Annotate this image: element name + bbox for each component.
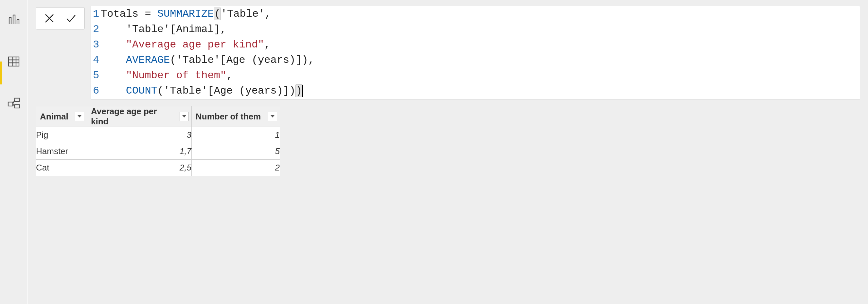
line-number: 2 (93, 22, 99, 37)
table-header-row: AnimalAverage age per kindNumber of them (36, 107, 280, 127)
cell-animal[interactable]: Cat (36, 160, 87, 176)
cell-count[interactable]: 2 (192, 160, 280, 176)
column-filter-button[interactable] (75, 112, 84, 121)
dax-formula-editor[interactable]: 123456 Totals = SUMMARIZE('Table', 'Tabl… (91, 6, 860, 99)
line-number-gutter: 123456 (91, 6, 101, 99)
line-number: 1 (93, 6, 99, 22)
table-row[interactable]: Pig31 (36, 127, 280, 143)
data-view-button[interactable] (4, 52, 24, 71)
code-line[interactable]: AVERAGE('Table'[Age (years)]), (101, 52, 857, 68)
code-line[interactable]: "Number of them", (101, 68, 857, 83)
column-header-label: Animal (40, 112, 68, 122)
column-header-label: Average age per kind (91, 107, 175, 127)
cell-avg[interactable]: 1,7 (87, 143, 192, 160)
code-line[interactable]: "Average age per kind", (101, 37, 857, 52)
table-icon (7, 55, 20, 68)
line-number: 5 (93, 68, 99, 83)
column-header-animal[interactable]: Animal (36, 107, 87, 127)
cell-avg[interactable]: 2,5 (87, 160, 192, 176)
line-number: 3 (93, 37, 99, 52)
model-view-button[interactable] (4, 94, 24, 113)
result-table: AnimalAverage age per kindNumber of them… (36, 106, 280, 176)
column-filter-button[interactable] (268, 112, 277, 121)
text-caret (302, 85, 303, 97)
column-header-avg[interactable]: Average age per kind (87, 107, 192, 127)
table-row[interactable]: Hamster1,75 (36, 143, 280, 160)
cell-count[interactable]: 1 (192, 127, 280, 143)
code-line[interactable]: Totals = SUMMARIZE('Table', (101, 6, 857, 22)
check-icon (65, 13, 76, 24)
table-body: Pig31Hamster1,75Cat2,52 (36, 127, 280, 176)
code-area[interactable]: Totals = SUMMARIZE('Table', 'Table'[Anim… (101, 6, 860, 99)
model-icon (7, 97, 20, 110)
line-number: 4 (93, 52, 99, 68)
bar-chart-icon (7, 13, 20, 26)
formula-bar: 123456 Totals = SUMMARIZE('Table', 'Tabl… (36, 6, 860, 99)
svg-rect-3 (15, 105, 19, 108)
report-view-button[interactable] (4, 10, 24, 29)
code-line[interactable]: 'Table'[Animal], (101, 22, 857, 37)
column-header-label: Number of them (196, 112, 261, 122)
table-row[interactable]: Cat2,52 (36, 160, 280, 176)
column-filter-button[interactable] (180, 112, 189, 121)
line-number: 6 (93, 83, 99, 98)
commit-button[interactable] (63, 10, 79, 27)
svg-rect-2 (15, 98, 19, 101)
chevron-down-icon (270, 115, 275, 118)
code-line[interactable]: COUNT('Table'[Age (years)])) (101, 83, 857, 98)
chevron-down-icon (77, 115, 82, 118)
view-switcher-rail (0, 0, 28, 304)
svg-rect-1 (8, 102, 13, 106)
cell-count[interactable]: 5 (192, 143, 280, 160)
cancel-button[interactable] (41, 10, 58, 27)
active-view-indicator (0, 62, 2, 85)
formula-confirm-box (36, 7, 85, 29)
svg-rect-0 (8, 57, 19, 66)
main-content: 123456 Totals = SUMMARIZE('Table', 'Tabl… (28, 0, 868, 304)
cell-avg[interactable]: 3 (87, 127, 192, 143)
cell-animal[interactable]: Pig (36, 127, 87, 143)
column-header-count[interactable]: Number of them (192, 107, 280, 127)
cell-animal[interactable]: Hamster (36, 143, 87, 160)
chevron-down-icon (182, 115, 186, 118)
close-icon (44, 13, 55, 24)
